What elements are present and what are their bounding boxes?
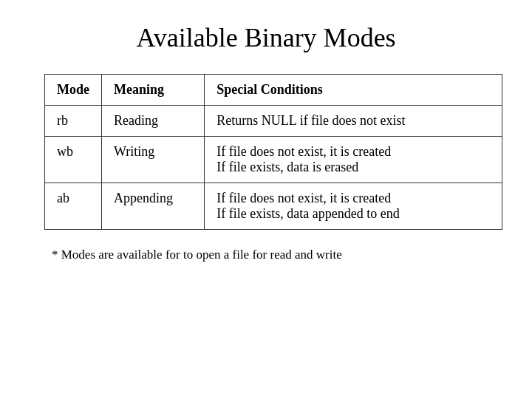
cell-meaning-wb: Writing	[102, 137, 205, 183]
footnote-text: * Modes are available for to open a file…	[52, 248, 342, 262]
cell-meaning-ab: Appending	[102, 183, 205, 230]
page-title: Available Binary Modes	[136, 22, 395, 53]
header-meaning: Meaning	[102, 75, 205, 106]
cell-special-wb: If file does not exist, it is created If…	[205, 137, 502, 183]
table-row: rb Reading Returns NULL if file does not…	[45, 106, 502, 137]
table-row: ab Appending If file does not exist, it …	[45, 183, 502, 230]
cell-special-wb-line2: If file exists, data is erased	[216, 160, 358, 174]
cell-mode-ab: ab	[45, 183, 102, 230]
header-mode: Mode	[45, 75, 102, 106]
cell-special-ab-line1: If file does not exist, it is created	[216, 191, 391, 205]
cell-mode-rb: rb	[45, 106, 102, 137]
cell-special-ab: If file does not exist, it is created If…	[205, 183, 502, 230]
header-special: Special Conditions	[205, 75, 502, 106]
table-row: wb Writing If file does not exist, it is…	[45, 137, 502, 183]
cell-meaning-rb: Reading	[102, 106, 205, 137]
table-header-row: Mode Meaning Special Conditions	[45, 75, 502, 106]
cell-mode-wb: wb	[45, 137, 102, 183]
cell-special-rb: Returns NULL if file does not exist	[205, 106, 502, 137]
binary-modes-table: Mode Meaning Special Conditions rb Readi…	[44, 74, 502, 230]
cell-special-ab-line2: If file exists, data appended to end	[216, 206, 399, 221]
cell-special-wb-line1: If file does not exist, it is created	[216, 144, 391, 159]
